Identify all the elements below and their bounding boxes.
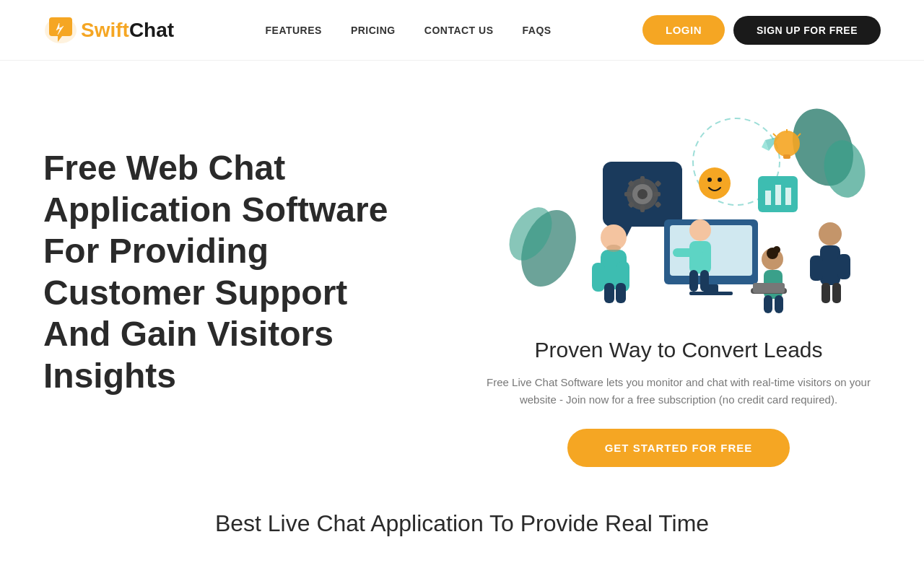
svg-rect-29 bbox=[783, 154, 790, 159]
nav-faqs[interactable]: FAQS bbox=[523, 25, 552, 36]
svg-rect-36 bbox=[689, 292, 733, 295]
svg-rect-42 bbox=[616, 283, 626, 303]
svg-rect-11 bbox=[785, 188, 791, 205]
caption-body: Free Live Chat Software lets you monitor… bbox=[476, 374, 881, 409]
svg-rect-9 bbox=[765, 191, 771, 205]
svg-rect-19 bbox=[624, 192, 632, 196]
logo[interactable]: SwiftChat bbox=[43, 13, 174, 48]
hero-right: Proven Way to Convert Leads Free Live Ch… bbox=[476, 104, 881, 467]
svg-point-16 bbox=[637, 189, 648, 199]
svg-rect-60 bbox=[832, 283, 841, 303]
get-started-button[interactable]: GET STARTED FOR FREE bbox=[567, 429, 790, 467]
hero-illustration bbox=[491, 104, 866, 320]
svg-rect-17 bbox=[640, 176, 645, 183]
svg-rect-48 bbox=[700, 270, 709, 292]
header-buttons: LOGIN SIGN UP FOR FREE bbox=[642, 15, 881, 45]
header: SwiftChat FEATURES PRICING CONTACT US FA… bbox=[0, 0, 924, 61]
signup-button[interactable]: SIGN UP FOR FREE bbox=[733, 16, 881, 45]
svg-rect-46 bbox=[673, 248, 703, 257]
nav-contact[interactable]: CONTACT US bbox=[424, 25, 494, 36]
svg-point-43 bbox=[606, 245, 621, 252]
main-nav: FEATURES PRICING CONTACT US FAQS bbox=[266, 25, 552, 36]
hero-section: Free Web Chat Application Software For P… bbox=[0, 61, 924, 496]
svg-rect-18 bbox=[640, 205, 645, 212]
svg-rect-20 bbox=[653, 192, 661, 196]
svg-point-62 bbox=[773, 246, 780, 253]
svg-point-55 bbox=[819, 222, 842, 245]
hero-left: Free Web Chat Application Software For P… bbox=[43, 104, 476, 397]
bottom-teaser-title: Best Live Chat Application To Provide Re… bbox=[43, 510, 881, 537]
caption-title: Proven Way to Convert Leads bbox=[476, 338, 881, 362]
svg-rect-57 bbox=[810, 256, 823, 281]
svg-point-44 bbox=[689, 219, 711, 241]
svg-rect-53 bbox=[764, 295, 772, 313]
svg-rect-39 bbox=[592, 263, 605, 292]
svg-point-25 bbox=[699, 167, 731, 199]
svg-rect-54 bbox=[775, 295, 783, 313]
svg-rect-47 bbox=[689, 270, 698, 292]
hero-headline: Free Web Chat Application Software For P… bbox=[43, 147, 390, 397]
svg-rect-59 bbox=[821, 283, 830, 303]
svg-point-27 bbox=[718, 178, 722, 182]
svg-point-26 bbox=[707, 178, 712, 182]
nav-features[interactable]: FEATURES bbox=[266, 25, 322, 36]
svg-rect-58 bbox=[837, 254, 850, 279]
bottom-teaser: Best Live Chat Application To Provide Re… bbox=[0, 496, 924, 559]
logo-icon bbox=[43, 13, 78, 48]
hero-caption: Proven Way to Convert Leads Free Live Ch… bbox=[476, 338, 881, 467]
svg-rect-10 bbox=[775, 185, 781, 205]
svg-rect-52 bbox=[753, 283, 785, 293]
svg-rect-41 bbox=[604, 283, 614, 303]
svg-point-28 bbox=[774, 131, 800, 157]
login-button[interactable]: LOGIN bbox=[642, 15, 725, 45]
svg-line-32 bbox=[773, 134, 776, 136]
svg-rect-45 bbox=[689, 241, 711, 274]
svg-rect-56 bbox=[820, 245, 840, 285]
nav-pricing[interactable]: PRICING bbox=[351, 25, 396, 36]
logo-text: SwiftChat bbox=[81, 19, 174, 42]
